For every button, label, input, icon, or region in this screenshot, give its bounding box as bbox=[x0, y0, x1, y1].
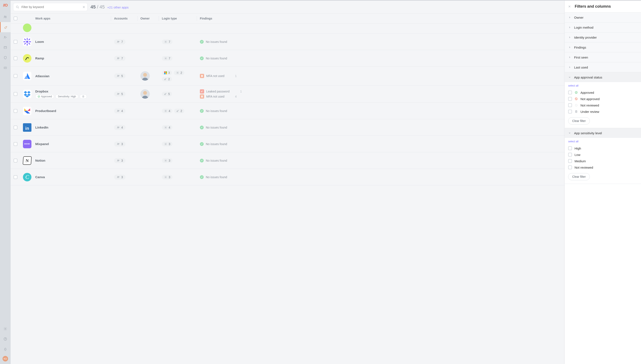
accounts-chip[interactable]: 7 bbox=[114, 39, 126, 44]
section-toggle[interactable]: App sensitivity level bbox=[565, 128, 641, 138]
table-row[interactable]: C Canva 3 3 No issues found bbox=[11, 169, 565, 186]
accounts-chip[interactable]: 3 bbox=[114, 158, 126, 163]
section-toggle[interactable]: First seen bbox=[565, 52, 641, 62]
row-checkbox[interactable] bbox=[14, 126, 18, 130]
select-all-checkbox[interactable] bbox=[14, 16, 18, 20]
login-chip-gear[interactable]: 3 bbox=[162, 158, 172, 163]
clear-filter-button[interactable]: Clear filter bbox=[568, 173, 590, 180]
row-checkbox[interactable] bbox=[14, 109, 18, 113]
login-chip-key[interactable]: 2 bbox=[174, 108, 184, 113]
accounts-chip[interactable]: 4 bbox=[114, 125, 126, 130]
tag-note[interactable] bbox=[80, 94, 87, 99]
login-chip-gear[interactable]: 3 bbox=[162, 142, 172, 146]
option-checkbox[interactable] bbox=[568, 146, 572, 150]
option-checkbox[interactable] bbox=[568, 110, 572, 114]
filter-option[interactable]: Not approved bbox=[568, 96, 637, 102]
app-name: Loom bbox=[35, 40, 44, 44]
sidebar-item-people[interactable] bbox=[0, 12, 11, 22]
row-checkbox[interactable] bbox=[14, 92, 18, 96]
row-checkbox[interactable] bbox=[14, 74, 18, 78]
owner-avatar[interactable] bbox=[140, 89, 150, 99]
finding-ok: No issues found bbox=[200, 126, 562, 130]
filter-option[interactable]: Low bbox=[568, 152, 637, 158]
section-toggle[interactable]: Login method bbox=[565, 22, 641, 32]
login-types: 7 bbox=[162, 56, 194, 61]
sidebar-item-users[interactable] bbox=[0, 32, 11, 42]
svg-point-21 bbox=[117, 58, 118, 58]
table-row[interactable]: ••• Mixpanel 3 3 No issues found bbox=[11, 136, 565, 152]
row-checkbox[interactable] bbox=[14, 40, 18, 44]
accounts-chip[interactable]: 4 bbox=[114, 108, 126, 114]
svg-point-48 bbox=[117, 110, 118, 111]
option-checkbox[interactable] bbox=[568, 90, 572, 94]
login-chip-gear[interactable]: 3 bbox=[162, 175, 172, 180]
sidebar-item-security[interactable] bbox=[0, 52, 11, 63]
table-row[interactable]: Ramp 7 7 No issues found bbox=[11, 50, 565, 66]
option-checkbox[interactable] bbox=[568, 97, 572, 101]
section-toggle[interactable]: Findings bbox=[565, 42, 641, 52]
login-chip-gear[interactable]: 4 bbox=[162, 108, 172, 113]
option-checkbox[interactable] bbox=[568, 159, 572, 163]
findings-cell: Leaked password1MFA not used4 bbox=[200, 89, 562, 99]
svg-point-64 bbox=[575, 92, 577, 94]
clear-filter-button[interactable]: Clear filter bbox=[568, 117, 590, 124]
accounts-chip[interactable]: 5 bbox=[114, 92, 126, 96]
filter-option[interactable]: Not reviewed bbox=[568, 102, 637, 108]
sidebar-item-settings[interactable] bbox=[0, 324, 11, 334]
login-chip-key[interactable]: 2 bbox=[162, 77, 172, 82]
tag-sensitivity-high[interactable]: Sensitivity: High bbox=[55, 94, 78, 99]
accounts-chip[interactable]: 3 bbox=[114, 142, 126, 146]
row-checkbox[interactable] bbox=[14, 142, 18, 146]
sidebar-item-notifications[interactable] bbox=[0, 344, 11, 354]
login-chip-gear[interactable]: 7 bbox=[162, 40, 172, 44]
close-panel-icon[interactable]: ✕ bbox=[568, 5, 571, 8]
owner-avatar[interactable] bbox=[140, 71, 150, 80]
table-row[interactable]: Loom 7 7 No issues found bbox=[11, 34, 565, 50]
accounts-chip[interactable]: 7 bbox=[114, 56, 126, 61]
table-row[interactable]: in LinkedIn 4 4 No issues found bbox=[11, 119, 565, 136]
select-all-link[interactable]: select all bbox=[568, 140, 637, 143]
table-row[interactable]: Atlassian 5 322 MFA not used1 bbox=[11, 66, 565, 86]
sidebar-item-apps[interactable] bbox=[0, 22, 11, 32]
section-toggle[interactable]: Last used bbox=[565, 62, 641, 72]
login-chip-gear[interactable]: 2 bbox=[174, 70, 184, 75]
accounts-chip[interactable]: 3 bbox=[114, 174, 126, 180]
table-row[interactable] bbox=[11, 24, 565, 34]
table-row[interactable]: N Notion 3 3 No issues found bbox=[11, 152, 565, 169]
accounts-chip[interactable]: 5 bbox=[114, 74, 126, 78]
row-checkbox[interactable] bbox=[14, 56, 18, 60]
app-icon: N bbox=[23, 156, 32, 165]
filter-option[interactable]: Medium bbox=[568, 158, 637, 164]
login-chip-key[interactable]: 5 bbox=[162, 92, 172, 96]
login-chip-ms[interactable]: 3 bbox=[162, 70, 172, 75]
clear-search-icon[interactable]: ✕ bbox=[82, 5, 85, 9]
row-checkbox[interactable] bbox=[14, 175, 18, 179]
other-apps-link[interactable]: +21 other apps bbox=[107, 6, 129, 9]
sidebar-item-help[interactable] bbox=[0, 334, 11, 344]
sidebar-item-window[interactable] bbox=[0, 42, 11, 52]
svg-marker-46 bbox=[24, 111, 30, 114]
tag-approved[interactable]: Approved bbox=[35, 94, 54, 99]
login-chip-gear[interactable]: 4 bbox=[162, 125, 172, 130]
user-avatar-badge[interactable]: KD bbox=[3, 356, 8, 362]
filter-option[interactable]: High bbox=[568, 145, 637, 152]
login-chip-gear[interactable]: 7 bbox=[162, 56, 172, 61]
filter-option[interactable]: Under review bbox=[568, 108, 637, 115]
option-checkbox[interactable] bbox=[568, 103, 572, 107]
filter-search[interactable]: ✕ bbox=[13, 3, 88, 11]
filter-option[interactable]: Not reviewed bbox=[568, 164, 637, 170]
sidebar-item-messages[interactable] bbox=[0, 63, 11, 73]
filter-option[interactable]: Approved bbox=[568, 89, 637, 96]
filter-input[interactable] bbox=[21, 5, 81, 9]
filter-section-approval: App approval status select all Approved … bbox=[565, 72, 641, 128]
option-checkbox[interactable] bbox=[568, 153, 572, 156]
table-row[interactable]: Productboard 4 42 No issues found bbox=[11, 103, 565, 119]
section-toggle[interactable]: App approval status bbox=[565, 72, 641, 82]
row-checkbox[interactable] bbox=[14, 159, 18, 162]
section-toggle[interactable]: Identity provider bbox=[565, 32, 641, 42]
section-toggle[interactable]: Owner bbox=[565, 12, 641, 22]
table-row[interactable]: Dropbox ApprovedSensitivity: High 5 5 Le… bbox=[11, 86, 565, 103]
option-checkbox[interactable] bbox=[568, 166, 572, 169]
select-all-link[interactable]: select all bbox=[568, 84, 637, 87]
login-types: 4 bbox=[162, 125, 194, 130]
